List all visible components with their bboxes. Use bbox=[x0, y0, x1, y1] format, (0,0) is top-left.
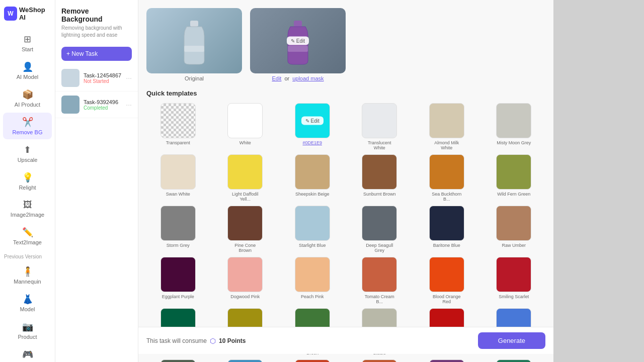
task-item[interactable]: Task-12454867 Not Started ··· bbox=[55, 65, 138, 92]
generate-button[interactable]: Generate bbox=[478, 332, 545, 349]
task-status: Not Started bbox=[84, 78, 122, 84]
template-item-pumpkin-mud[interactable]: Pumpkin Mud Or... bbox=[348, 359, 412, 362]
upscale-icon: ⬆ bbox=[24, 144, 31, 155]
task-status: Completed bbox=[84, 105, 122, 111]
template-item-starlight-blue[interactable]: Starlight Blue bbox=[281, 206, 344, 253]
sidebar-item-toy[interactable]: 🎮 Toy bbox=[3, 345, 52, 362]
sidebar-item-label: Model bbox=[20, 306, 35, 312]
template-item-misty-moon[interactable]: Misty Moon Grey bbox=[482, 103, 546, 150]
template-label: Swan White bbox=[166, 192, 190, 197]
template-item-storm-grey[interactable]: Storm Grey bbox=[146, 206, 210, 253]
template-item-translucent-white[interactable]: Translucent White bbox=[348, 103, 412, 150]
template-swatch bbox=[227, 103, 263, 138]
template-item-baritone-blue[interactable]: Baritone Blue bbox=[415, 206, 478, 253]
template-swatch bbox=[295, 154, 330, 190]
logo: W WeShop AI bbox=[0, 6, 55, 29]
template-label: Sunburnt Brown bbox=[363, 192, 396, 197]
sidebar: W WeShop AI ⊞ Start 👤 AI Model 📦 AI Prod… bbox=[0, 0, 55, 362]
template-item-sand-gold[interactable]: Sand Gold Green bbox=[482, 359, 546, 362]
toy-icon: 🎮 bbox=[22, 349, 33, 360]
template-item-custom[interactable]: ✎ Edit#0DE1E9 bbox=[281, 103, 344, 150]
template-label: Tomato Cream B... bbox=[362, 294, 397, 304]
template-item-light-daffodil[interactable]: Light Daffodil Yell... bbox=[214, 154, 277, 202]
quick-templates-title: Quick templates bbox=[146, 89, 545, 97]
edit-overlay: ✎ Edit bbox=[301, 117, 324, 125]
template-item-sunburnt-brown[interactable]: Sunburnt Brown bbox=[348, 154, 412, 202]
template-swatch bbox=[362, 206, 397, 241]
sidebar-item-label: Product bbox=[18, 334, 37, 340]
image2image-icon: 🖼 bbox=[23, 200, 32, 210]
template-item-sheepskin-beige[interactable]: Sheepskin Beige bbox=[281, 154, 344, 202]
template-label: Eggplant Purple bbox=[162, 294, 194, 299]
template-swatch: ✎ Edit bbox=[295, 103, 330, 138]
template-item-smiling-scarlet[interactable]: Smiling Scarlet bbox=[482, 257, 546, 304]
task-more-icon[interactable]: ··· bbox=[126, 101, 132, 109]
template-swatch bbox=[496, 154, 531, 190]
template-label: Deep Seagull Grey bbox=[362, 243, 397, 253]
bottom-bar: This task will consume ⬡ 10 Points Gener… bbox=[138, 327, 553, 354]
template-item-sea-buckthorn[interactable]: Sea Buckthorn B... bbox=[415, 154, 478, 202]
sidebar-item-product[interactable]: 📷 Product bbox=[3, 317, 52, 344]
template-item-almond-milk[interactable]: Almond Milk White bbox=[415, 103, 478, 150]
edit-link[interactable]: Edit bbox=[272, 75, 281, 81]
sidebar-item-label: Upscale bbox=[18, 157, 38, 163]
sidebar-item-ai-product[interactable]: 📦 AI Product bbox=[3, 85, 52, 112]
template-item-pine-cone[interactable]: Pine Cone Brown bbox=[214, 206, 277, 253]
original-label: Original bbox=[185, 75, 204, 81]
sidebar-item-label: Image2Image bbox=[11, 212, 44, 218]
sidebar-item-label: AI Product bbox=[15, 102, 40, 108]
sidebar-item-label: Remove BG bbox=[13, 129, 43, 135]
consume-info: This task will consume ⬡ 10 Points bbox=[146, 337, 246, 345]
task-item[interactable]: Task-9392496 Completed ··· bbox=[55, 92, 138, 118]
template-item-cherry-tomato[interactable]: Cherry Tomato Red bbox=[281, 359, 344, 362]
template-swatch bbox=[160, 359, 196, 362]
template-item-deep-seagull[interactable]: Deep Seagull Grey bbox=[348, 206, 412, 253]
mannequin-icon: 🧍 bbox=[22, 266, 33, 277]
sidebar-item-start[interactable]: ⊞ Start bbox=[3, 30, 52, 56]
consume-points: 10 Points bbox=[219, 337, 246, 344]
task-info: Task-9392496 Completed bbox=[84, 99, 122, 111]
template-label: Baritone Blue bbox=[433, 243, 460, 248]
sidebar-item-image2image[interactable]: 🖼 Image2Image bbox=[3, 196, 52, 222]
sidebar-item-upscale[interactable]: ⬆ Upscale bbox=[3, 140, 52, 167]
template-item-italian-plum[interactable]: Italian Plum Purple bbox=[415, 359, 478, 362]
edit-upload-row: Edit or upload mask bbox=[272, 75, 324, 81]
template-item-dogwood-pink[interactable]: Dogwood Pink bbox=[214, 257, 277, 304]
sidebar-item-label: Relight bbox=[19, 185, 36, 191]
template-item-tomato-cream[interactable]: Tomato Cream B... bbox=[348, 257, 412, 304]
sidebar-item-text2image[interactable]: ✏️ Text2Image bbox=[3, 223, 52, 249]
sidebar-item-mannequin[interactable]: 🧍 Mannequin bbox=[3, 262, 52, 289]
sidebar-item-relight[interactable]: 💡 Relight bbox=[3, 168, 52, 195]
template-swatch bbox=[429, 206, 464, 241]
task-info: Task-12454867 Not Started bbox=[84, 72, 122, 84]
template-item-swan-white[interactable]: Swan White bbox=[146, 154, 210, 202]
template-item-wave-blue[interactable]: Wave Blue bbox=[214, 359, 277, 362]
template-item-eggplant-purple[interactable]: Eggplant Purple bbox=[146, 257, 210, 304]
template-label: Sheepskin Beige bbox=[295, 192, 330, 197]
template-label: Starlight Blue bbox=[299, 243, 326, 248]
template-item-blood-orange[interactable]: Blood Orange Red bbox=[415, 257, 478, 304]
upload-mask-link[interactable]: upload mask bbox=[292, 75, 324, 81]
content-panel: Original ✎ Edit Edit or upload mask bbox=[138, 0, 553, 362]
relight-icon: 💡 bbox=[22, 172, 33, 183]
main-area: Remove Background Removing background wi… bbox=[55, 0, 644, 362]
template-item-wild-fern[interactable]: Wild Fern Green bbox=[482, 154, 546, 202]
template-item-raw-umber[interactable]: Raw Umber bbox=[482, 206, 546, 253]
new-task-button[interactable]: + New Task bbox=[61, 47, 132, 61]
task-more-icon[interactable]: ··· bbox=[126, 74, 132, 82]
sidebar-item-model[interactable]: 👗 Model bbox=[3, 290, 52, 316]
template-item-peach-pink[interactable]: Peach Pink bbox=[281, 257, 344, 304]
sidebar-item-remove-bg[interactable]: ✂️ Remove BG bbox=[3, 113, 52, 139]
task-name: Task-12454867 bbox=[84, 72, 122, 78]
template-item-white[interactable]: White bbox=[214, 103, 277, 150]
panel-header: Remove Background Removing background wi… bbox=[55, 0, 138, 43]
sidebar-item-label: Mannequin bbox=[14, 279, 41, 285]
task-thumbnail bbox=[61, 69, 79, 87]
template-item-transparent[interactable]: Transparent bbox=[146, 103, 210, 150]
template-item-grey2[interactable]: Grey bbox=[146, 359, 210, 362]
ai-model-icon: 👤 bbox=[22, 61, 33, 72]
templates-grid: TransparentWhite✎ Edit#0DE1E9Translucent… bbox=[146, 103, 545, 362]
template-swatch bbox=[362, 257, 397, 292]
template-swatch bbox=[227, 206, 263, 241]
sidebar-item-ai-model[interactable]: 👤 AI Model bbox=[3, 57, 52, 84]
